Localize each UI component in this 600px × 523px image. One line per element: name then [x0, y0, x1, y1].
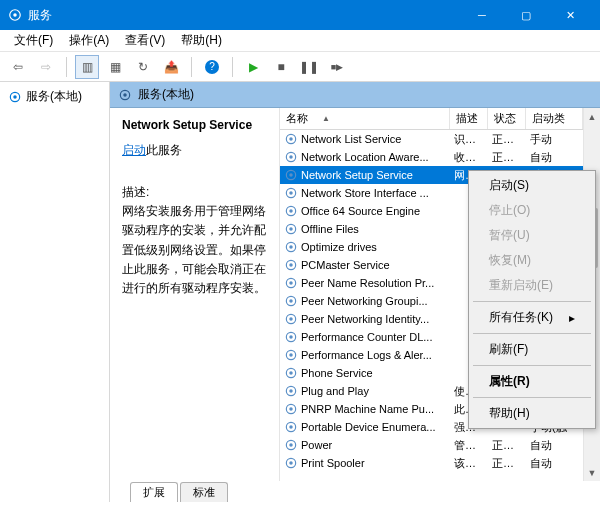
- col-desc[interactable]: 描述: [450, 108, 488, 129]
- column-header: 名称▲ 描述 状态 启动类: [280, 108, 583, 130]
- nav-services-local[interactable]: 服务(本地): [4, 86, 105, 107]
- gear-icon: [284, 312, 298, 326]
- pause-button[interactable]: ❚❚: [297, 55, 321, 79]
- separator: [191, 57, 192, 77]
- svg-point-5: [123, 93, 127, 97]
- arrow-right-icon: ▸: [569, 311, 575, 325]
- service-start: 自动: [526, 150, 583, 165]
- svg-point-17: [289, 227, 293, 231]
- table-row[interactable]: Power管理...正在...自动: [280, 436, 583, 454]
- menu-file[interactable]: 文件(F): [6, 30, 61, 51]
- svg-point-25: [289, 299, 293, 303]
- table-row[interactable]: Network Location Aware...收集...正在...自动: [280, 148, 583, 166]
- service-name: Network Location Aware...: [301, 151, 429, 163]
- start-link[interactable]: 启动: [122, 143, 146, 157]
- right-header-label: 服务(本地): [138, 86, 194, 103]
- scroll-up-icon[interactable]: ▲: [584, 108, 600, 125]
- service-name: Network Setup Service: [301, 169, 413, 181]
- service-name: Power: [301, 439, 332, 451]
- col-name[interactable]: 名称▲: [280, 108, 450, 129]
- table-row[interactable]: Network List Service识别...正在...手动: [280, 130, 583, 148]
- svg-point-15: [289, 209, 293, 213]
- stop-button[interactable]: ■: [269, 55, 293, 79]
- table-row[interactable]: Print Spooler该服...正在...自动: [280, 454, 583, 472]
- help-button[interactable]: ?: [200, 55, 224, 79]
- right-header: 服务(本地): [110, 82, 600, 108]
- tab-extended[interactable]: 扩展: [130, 482, 178, 502]
- svg-point-27: [289, 317, 293, 321]
- toolbar-btn[interactable]: ▦: [103, 55, 127, 79]
- svg-point-11: [289, 173, 293, 177]
- svg-point-41: [289, 443, 293, 447]
- service-name: Peer Name Resolution Pr...: [301, 277, 434, 289]
- svg-point-7: [289, 137, 293, 141]
- window-title: 服务: [28, 7, 460, 24]
- service-desc: 该服...: [450, 456, 488, 471]
- ctx-help[interactable]: 帮助(H): [471, 401, 593, 426]
- scroll-down-icon[interactable]: ▼: [584, 464, 600, 481]
- gear-icon: [284, 132, 298, 146]
- service-start: 自动: [526, 438, 583, 453]
- service-name: Optimize drives: [301, 241, 377, 253]
- gear-icon: [284, 258, 298, 272]
- ctx-stop: 停止(O): [471, 198, 593, 223]
- service-status: 正在...: [488, 150, 526, 165]
- gear-icon: [284, 168, 298, 182]
- gear-icon: [284, 438, 298, 452]
- restart-button[interactable]: ■▶: [325, 55, 349, 79]
- col-start[interactable]: 启动类: [526, 108, 583, 129]
- gear-icon: [284, 402, 298, 416]
- svg-point-31: [289, 353, 293, 357]
- detail-pane: Network Setup Service 启动此服务 描述: 网络安装服务用于…: [110, 108, 280, 481]
- separator: [232, 57, 233, 77]
- close-button[interactable]: ✕: [548, 0, 592, 30]
- menu-action[interactable]: 操作(A): [61, 30, 117, 51]
- back-button[interactable]: ⇦: [6, 55, 30, 79]
- svg-point-9: [289, 155, 293, 159]
- gear-icon: [284, 204, 298, 218]
- col-status[interactable]: 状态: [488, 108, 526, 129]
- tab-standard[interactable]: 标准: [180, 482, 228, 502]
- ctx-properties[interactable]: 属性(R): [471, 369, 593, 394]
- toolbar: ⇦ ⇨ ▥ ▦ ↻ 📤 ? ▶ ■ ❚❚ ■▶: [0, 52, 600, 82]
- service-status: 正在...: [488, 456, 526, 471]
- start-suffix: 此服务: [146, 143, 182, 157]
- service-name: Performance Logs & Aler...: [301, 349, 432, 361]
- service-name: Portable Device Enumera...: [301, 421, 436, 433]
- play-button[interactable]: ▶: [241, 55, 265, 79]
- service-name: Network Store Interface ...: [301, 187, 429, 199]
- menu-help[interactable]: 帮助(H): [173, 30, 230, 51]
- service-name: Plug and Play: [301, 385, 369, 397]
- gear-icon: [284, 276, 298, 290]
- ctx-start[interactable]: 启动(S): [471, 173, 593, 198]
- menu-view[interactable]: 查看(V): [117, 30, 173, 51]
- sort-asc-icon: ▲: [322, 114, 330, 123]
- gear-icon: [284, 366, 298, 380]
- ctx-restart: 重新启动(E): [471, 273, 593, 298]
- service-desc: 管理...: [450, 438, 488, 453]
- forward-button[interactable]: ⇨: [34, 55, 58, 79]
- maximize-button[interactable]: ▢: [504, 0, 548, 30]
- separator: [473, 365, 591, 366]
- titlebar[interactable]: 服务 ─ ▢ ✕: [0, 0, 600, 30]
- ctx-refresh[interactable]: 刷新(F): [471, 337, 593, 362]
- svg-point-37: [289, 407, 293, 411]
- gear-icon: [284, 330, 298, 344]
- toolbar-btn[interactable]: ▥: [75, 55, 99, 79]
- service-name: Office 64 Source Engine: [301, 205, 420, 217]
- export-button[interactable]: 📤: [159, 55, 183, 79]
- service-start: 手动: [526, 132, 583, 147]
- svg-point-21: [289, 263, 293, 267]
- service-desc: 识别...: [450, 132, 488, 147]
- service-name: Performance Counter DL...: [301, 331, 432, 343]
- svg-point-23: [289, 281, 293, 285]
- separator: [473, 333, 591, 334]
- ctx-alltasks[interactable]: 所有任务(K)▸: [471, 305, 593, 330]
- refresh-button[interactable]: ↻: [131, 55, 155, 79]
- nav-label: 服务(本地): [26, 88, 82, 105]
- gear-icon: [8, 90, 22, 104]
- minimize-button[interactable]: ─: [460, 0, 504, 30]
- menubar: 文件(F) 操作(A) 查看(V) 帮助(H): [0, 30, 600, 52]
- svg-point-29: [289, 335, 293, 339]
- gear-icon: [284, 420, 298, 434]
